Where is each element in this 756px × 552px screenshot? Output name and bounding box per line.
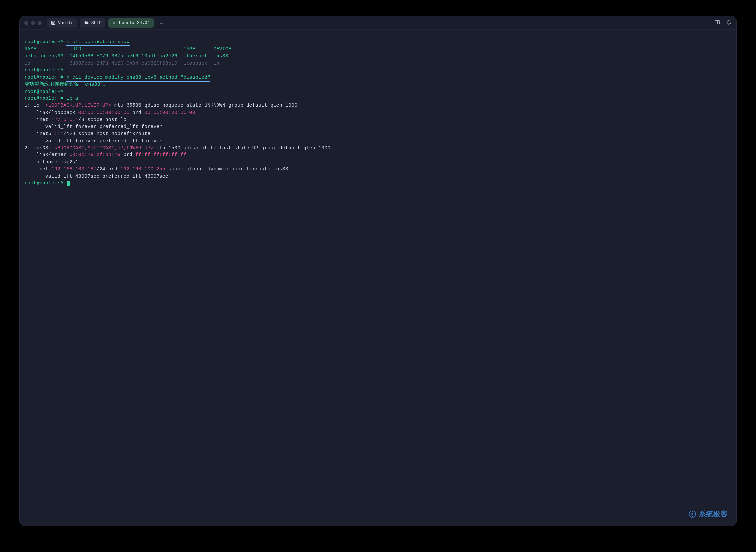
terminal-body[interactable]: root@noble:~# nmcli connection show NAME… [20, 30, 736, 526]
output-text: valid_lft forever preferred_lft forever [24, 138, 163, 144]
output-text: /128 scope host noprefixroute [63, 131, 150, 137]
watermark: 系统极客 [688, 509, 728, 519]
shell-prompt: root@noble:~# [24, 89, 63, 95]
ip-addr: 192.168.100.255 [120, 166, 166, 172]
svg-point-1 [52, 22, 54, 23]
shell-prompt: root@noble:~# [24, 180, 66, 186]
bell-icon[interactable] [726, 19, 732, 27]
mac-addr: 00:00:00:00:00:00 [79, 110, 129, 116]
output-text: altname enp2s1 [24, 159, 79, 165]
add-tab-button[interactable]: ＋ [156, 18, 166, 28]
output-text: inet [24, 117, 51, 123]
mac-addr: ff:ff:ff:ff:ff:ff [135, 152, 187, 158]
output-line: 成功重新应用连接到设备 "ens33"。 [24, 82, 108, 87]
output-text: inet6 [24, 131, 55, 137]
col-type: TYPE [183, 46, 195, 52]
tab-label: Ubuntu-24.04 [119, 20, 150, 25]
flags: <BROADCAST,MULTICAST,UP,LOWER_UP> [55, 145, 153, 151]
split-pane-icon[interactable] [715, 19, 721, 27]
tab-ubuntu[interactable]: Ubuntu-24.04 [108, 18, 154, 28]
shell-prompt: root@noble:~# [24, 96, 66, 102]
ip-addr: 192.168.100.187 [51, 166, 97, 172]
tab-bar: Vaults SFTP Ubuntu-24.04 [20, 16, 736, 30]
output-text: valid_lft 43007sec preferred_lft 43007se… [24, 173, 169, 179]
output-text: mtu 1500 qdisc pfifo_fast state UP group… [153, 145, 330, 151]
row-uuid: 6d987cdc-247d-4e29-9b94-ca9820f63b19 [70, 60, 178, 66]
window-actions [715, 19, 732, 27]
watermark-text: 系统极客 [699, 509, 728, 519]
terminal-window: Vaults SFTP Ubuntu-24.04 [20, 16, 736, 526]
row-type: ethernet [183, 53, 207, 59]
plus-icon: ＋ [158, 19, 164, 27]
output-text: brd [120, 152, 135, 158]
traffic-close[interactable] [24, 21, 28, 25]
shell-prompt: root@noble:~# [24, 67, 63, 73]
output-text: inet [24, 166, 51, 172]
command-text: nmcli connection show [66, 39, 129, 46]
row-name: lo [24, 60, 30, 66]
output-text: /24 brd [96, 166, 120, 172]
row-type: loopback [183, 60, 207, 66]
svg-rect-0 [52, 21, 55, 25]
command-text: ip a [66, 96, 78, 102]
output-text: scope global dynamic noprefixroute ens33 [166, 166, 288, 172]
output-text: link/ether [24, 152, 70, 158]
tab-vaults[interactable]: Vaults [47, 18, 78, 28]
traffic-zoom[interactable] [37, 21, 41, 25]
output-text: 2: ens33: [24, 145, 55, 151]
flags: <LOOPBACK,UP,LOWER_UP> [45, 103, 111, 108]
tab-label: SFTP [91, 20, 102, 25]
row-name: netplan-ens33 [24, 53, 63, 59]
svg-point-5 [691, 513, 693, 515]
mac-addr: 00:0c:29:bf:b4:29 [70, 152, 121, 158]
command-text: nmcli device modify ens33 ipv6.method "d… [66, 75, 210, 82]
tab-label: Vaults [58, 20, 74, 25]
output-text: 1: lo: [24, 103, 45, 108]
shell-prompt: root@noble:~# [24, 39, 66, 45]
col-uuid: UUID [70, 46, 81, 52]
traffic-lights [24, 21, 41, 25]
row-device: ens33 [213, 53, 228, 59]
output-text: valid_lft forever preferred_lft forever [24, 124, 163, 130]
folder-icon [84, 20, 89, 25]
tab-sftp[interactable]: SFTP [80, 18, 105, 28]
close-icon[interactable] [112, 21, 117, 25]
output-text: link/loopback [24, 110, 79, 116]
traffic-minimize[interactable] [31, 21, 35, 25]
shell-prompt: root@noble:~# [24, 75, 66, 81]
output-text: brd [129, 110, 145, 116]
row-uuid: 14f59568-5076-387a-aef6-10adfcca2e26 [70, 53, 178, 59]
col-name: NAME [24, 46, 36, 52]
cursor [67, 181, 70, 186]
row-device: lo [213, 60, 219, 66]
ip-addr: 127.0.0.1 [51, 117, 79, 123]
vault-icon [51, 20, 56, 25]
output-text: /8 scope host lo [79, 117, 126, 123]
ip-addr: ::1 [55, 131, 63, 137]
col-device: DEVICE [213, 46, 231, 52]
output-text: mtu 65536 qdisc noqueue state UNKNOWN gr… [111, 103, 297, 108]
mac-addr: 00:00:00:00:00:00 [144, 110, 195, 116]
